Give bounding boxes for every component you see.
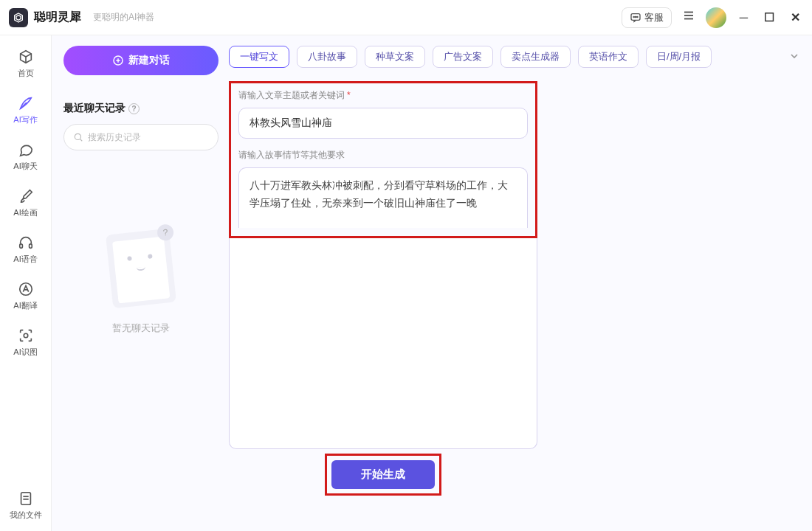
content-area: 新建对话 最近聊天记录 ? ? xyxy=(52,35,812,531)
chat-dots-icon xyxy=(630,12,641,24)
help-icon[interactable]: ? xyxy=(128,103,140,114)
tag-row: 一键写文 八卦故事 种草文案 广告文案 卖点生成器 英语作文 日/周/月报 xyxy=(229,46,800,68)
new-chat-label: 新建对话 xyxy=(128,54,170,67)
details-label: 请输入故事情节等其他要求 xyxy=(238,149,528,162)
generate-button[interactable]: 开始生成 xyxy=(331,460,435,489)
svg-line-25 xyxy=(80,139,82,141)
globe-a-icon xyxy=(18,281,34,297)
history-panel: 新建对话 最近聊天记录 ? ? xyxy=(63,46,219,521)
form-left: 请输入文章主题或者关键词* 请输入故事情节等其他要求 开始生成 xyxy=(229,81,537,496)
plus-circle-icon xyxy=(112,55,124,66)
tags-expand-button[interactable] xyxy=(788,50,800,64)
app-logo-icon xyxy=(9,8,28,27)
app-title: 聪明灵犀 xyxy=(34,10,81,25)
chat-bubble-icon xyxy=(18,142,34,158)
sidebar-item-write[interactable]: AI写作 xyxy=(13,95,37,125)
tag-gossip-story[interactable]: 八卦故事 xyxy=(297,46,357,68)
window-maximize-button[interactable]: ☐ xyxy=(761,9,777,26)
history-search[interactable] xyxy=(63,124,219,150)
customer-service-button[interactable]: 客服 xyxy=(622,7,672,28)
feather-icon xyxy=(18,95,34,111)
tag-seed-copy[interactable]: 种草文案 xyxy=(365,46,425,68)
sidebar-item-files[interactable]: 我的文件 xyxy=(10,490,42,521)
sidebar-item-voice[interactable]: AI语音 xyxy=(13,235,37,265)
svg-point-4 xyxy=(635,16,636,17)
file-icon xyxy=(18,490,34,507)
topic-label: 请输入文章主题或者关键词* xyxy=(238,89,528,102)
sidebar-item-draw[interactable]: AI绘画 xyxy=(13,188,37,218)
svg-rect-15 xyxy=(29,244,32,249)
customer-service-label: 客服 xyxy=(644,11,664,24)
headphones-icon xyxy=(18,235,34,251)
editor-panel: 一键写文 八卦故事 种草文案 广告文案 卖点生成器 英语作文 日/周/月报 请输… xyxy=(229,46,800,521)
svg-rect-14 xyxy=(19,244,22,249)
svg-point-5 xyxy=(636,16,637,17)
svg-line-10 xyxy=(20,54,25,57)
svg-marker-1 xyxy=(16,15,21,20)
titlebar: 聪明灵犀 更聪明的AI神器 客服 ─ ☐ ✕ xyxy=(0,0,812,35)
tag-onekey-write[interactable]: 一键写文 xyxy=(229,46,289,68)
svg-point-24 xyxy=(75,133,80,139)
sidebar-item-label: AI写作 xyxy=(13,114,37,125)
brush-icon xyxy=(18,188,34,204)
empty-illustration: ? xyxy=(106,229,176,308)
generate-row: 开始生成 xyxy=(229,449,537,496)
sidebar-item-label: AI语音 xyxy=(13,254,37,265)
history-title: 最近聊天记录 ? xyxy=(63,102,219,115)
svg-point-3 xyxy=(633,16,634,17)
sidebar-item-chat[interactable]: AI聊天 xyxy=(13,142,37,172)
topic-input[interactable] xyxy=(238,108,528,139)
cube-icon xyxy=(18,49,34,65)
tag-ad-copy[interactable]: 广告文案 xyxy=(433,46,493,68)
tag-selling-points[interactable]: 卖点生成器 xyxy=(500,46,571,68)
highlight-box-inputs: 请输入文章主题或者关键词* 请输入故事情节等其他要求 xyxy=(229,81,537,238)
sidebar: 首页 AI写作 AI聊天 AI绘画 AI语音 AI翻译 AI识图 我 xyxy=(0,35,52,531)
avatar[interactable] xyxy=(706,7,726,28)
svg-marker-0 xyxy=(15,13,23,22)
svg-rect-18 xyxy=(21,493,30,505)
history-title-text: 最近聊天记录 xyxy=(63,102,125,115)
sidebar-item-label: AI识图 xyxy=(13,347,37,358)
scan-icon xyxy=(18,327,34,344)
app-subtitle: 更聪明的AI神器 xyxy=(93,11,154,24)
titlebar-left: 聪明灵犀 更聪明的AI神器 xyxy=(9,8,154,27)
details-textarea[interactable] xyxy=(238,167,528,228)
sidebar-item-label: 我的文件 xyxy=(10,510,42,521)
sidebar-item-label: AI翻译 xyxy=(13,300,37,311)
sidebar-item-label: AI聊天 xyxy=(13,161,37,172)
tag-report[interactable]: 日/周/月报 xyxy=(646,46,712,68)
sidebar-item-translate[interactable]: AI翻译 xyxy=(13,281,37,311)
highlight-box-generate: 开始生成 xyxy=(325,454,441,496)
required-mark: * xyxy=(347,90,351,100)
search-icon xyxy=(73,132,83,142)
history-empty-state: ? 暂无聊天记录 xyxy=(63,232,219,521)
sidebar-item-vision[interactable]: AI识图 xyxy=(13,327,37,358)
window-close-button[interactable]: ✕ xyxy=(788,9,803,26)
history-search-input[interactable] xyxy=(88,132,209,142)
menu-icon[interactable] xyxy=(682,9,695,26)
form-area: 请输入文章主题或者关键词* 请输入故事情节等其他要求 开始生成 xyxy=(229,81,800,496)
history-empty-text: 暂无聊天记录 xyxy=(112,322,170,335)
svg-point-17 xyxy=(24,333,28,338)
sidebar-item-home[interactable]: 首页 xyxy=(18,49,34,79)
titlebar-right: 客服 ─ ☐ ✕ xyxy=(622,7,803,28)
details-textarea-continuation[interactable] xyxy=(229,238,537,449)
details-textarea-wrap xyxy=(238,167,528,230)
app-body: 首页 AI写作 AI聊天 AI绘画 AI语音 AI翻译 AI识图 我 xyxy=(0,35,812,531)
window-minimize-button[interactable]: ─ xyxy=(737,10,751,26)
svg-line-11 xyxy=(26,54,31,57)
sidebar-item-label: 首页 xyxy=(18,68,34,79)
output-placeholder xyxy=(549,81,800,496)
tag-english-essay[interactable]: 英语作文 xyxy=(578,46,639,68)
new-chat-button[interactable]: 新建对话 xyxy=(63,46,219,75)
sidebar-item-label: AI绘画 xyxy=(13,207,37,218)
